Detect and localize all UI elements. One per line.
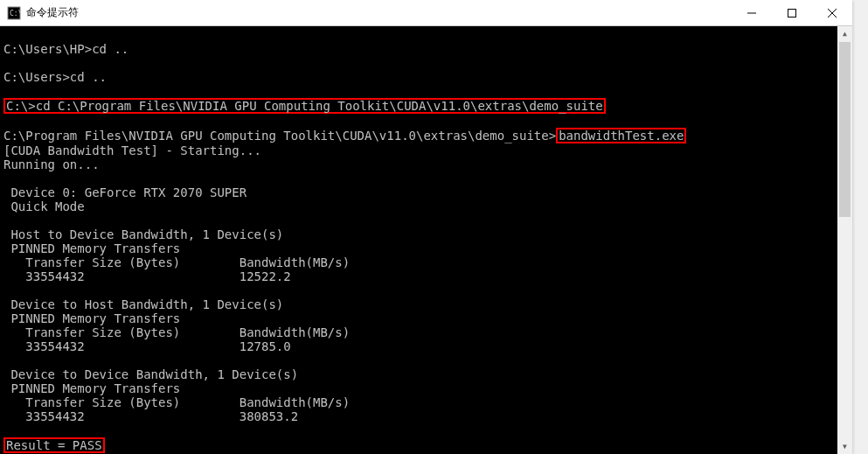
command: cd C:\Program Files\NVIDIA GPU Computing… [36, 99, 603, 113]
output-line: Running on... [3, 157, 100, 171]
output-line: Device to Host Bandwidth, 1 Device(s) [3, 297, 283, 311]
command: bandwidthTest.exe [559, 129, 684, 143]
prompt: C:\Program Files\NVIDIA GPU Computing To… [3, 129, 556, 143]
command: cd .. [70, 70, 107, 84]
prompt: C:\Users> [3, 70, 70, 84]
output-line: Host to Device Bandwidth, 1 Device(s) [3, 227, 283, 241]
output-line: Transfer Size (Bytes) Bandwidth(MB/s) [3, 325, 350, 339]
highlight-box: C:\>cd C:\Program Files\NVIDIA GPU Compu… [3, 98, 606, 114]
output-line: PINNED Memory Transfers [3, 241, 180, 255]
output-line: 33554432 12522.2 [3, 269, 291, 283]
window-title: 命令提示符 [26, 5, 732, 20]
maximize-button[interactable] [772, 0, 812, 26]
output-line: Device to Device Bandwidth, 1 Device(s) [3, 367, 298, 381]
cmd-icon: C:\ [7, 6, 21, 20]
scroll-down-arrow[interactable]: ▼ [837, 439, 852, 454]
output-line: Device 0: GeForce RTX 2070 SUPER [3, 185, 247, 199]
output-line: PINNED Memory Transfers [3, 381, 180, 395]
scrollbar-vertical[interactable]: ▲ ▼ [837, 26, 852, 454]
output-line: Result = PASS [6, 438, 102, 452]
scrollbar-thumb[interactable] [839, 42, 851, 217]
highlight-box: bandwidthTest.exe [556, 128, 686, 143]
highlight-box: Result = PASS [3, 437, 105, 453]
close-button[interactable] [812, 0, 852, 26]
output-line: PINNED Memory Transfers [3, 311, 180, 325]
output-line: [CUDA Bandwidth Test] - Starting... [3, 143, 261, 157]
output-line: Quick Mode [3, 199, 85, 213]
prompt: C:\> [6, 99, 36, 113]
svg-text:C:\: C:\ [10, 10, 21, 17]
scroll-up-arrow[interactable]: ▲ [837, 26, 852, 41]
output-line: Transfer Size (Bytes) Bandwidth(MB/s) [3, 255, 350, 269]
minimize-button[interactable] [732, 0, 772, 26]
output-line: 33554432 380853.2 [3, 409, 298, 423]
output-line: Transfer Size (Bytes) Bandwidth(MB/s) [3, 395, 350, 409]
output-line: 33554432 12785.0 [3, 339, 291, 353]
svg-rect-3 [788, 9, 796, 17]
terminal-area[interactable]: C:\Users\HP>cd .. C:\Users>cd .. C:\>cd … [0, 26, 852, 454]
command-prompt-window: C:\ 命令提示符 C:\Users\HP>cd .. C:\Users>cd … [0, 0, 852, 454]
titlebar[interactable]: C:\ 命令提示符 [0, 0, 852, 26]
prompt: C:\Users\HP> [3, 42, 92, 56]
command: cd .. [92, 42, 128, 56]
